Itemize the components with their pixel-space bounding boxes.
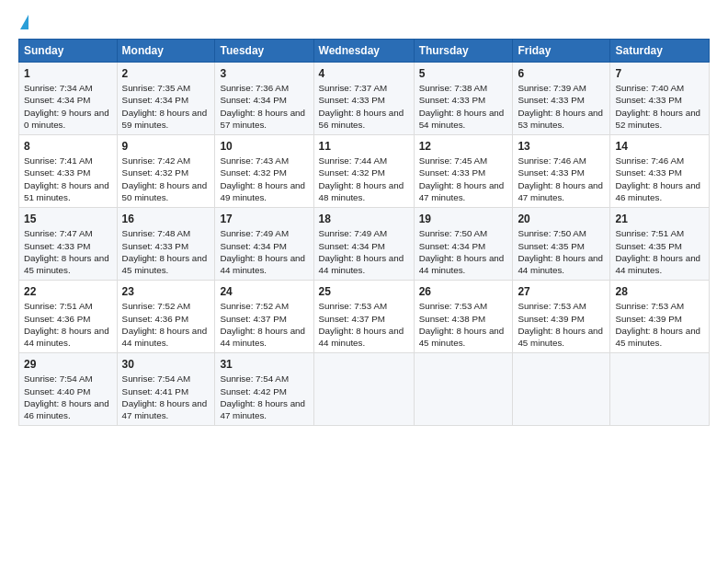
sunrise-info: Sunrise: 7:53 AM xyxy=(419,300,508,312)
daylight-info: Daylight: 8 hours and 47 minutes. xyxy=(220,397,308,421)
sunset-info: Sunset: 4:34 PM xyxy=(24,94,112,106)
sunrise-info: Sunrise: 7:46 AM xyxy=(615,155,704,167)
sunset-info: Sunset: 4:33 PM xyxy=(24,240,112,252)
daylight-info: Daylight: 8 hours and 52 minutes. xyxy=(615,107,704,131)
sunrise-info: Sunrise: 7:41 AM xyxy=(24,155,112,167)
daylight-info: Daylight: 8 hours and 50 minutes. xyxy=(122,179,210,203)
sunset-info: Sunset: 4:33 PM xyxy=(615,167,704,178)
day-number: 22 xyxy=(24,284,112,299)
daylight-info: Daylight: 8 hours and 56 minutes. xyxy=(319,107,409,131)
sunset-info: Sunset: 4:33 PM xyxy=(24,167,112,178)
sunrise-info: Sunrise: 7:38 AM xyxy=(419,82,508,94)
day-cell: 2Sunrise: 7:35 AMSunset: 4:34 PMDaylight… xyxy=(117,63,215,135)
day-number: 20 xyxy=(518,212,605,226)
day-cell: 21Sunrise: 7:51 AMSunset: 4:35 PMDayligh… xyxy=(610,208,710,281)
day-cell: 7Sunrise: 7:40 AMSunset: 4:33 PMDaylight… xyxy=(610,63,710,135)
day-cell: 17Sunrise: 7:49 AMSunset: 4:34 PMDayligh… xyxy=(215,208,313,281)
sunset-info: Sunset: 4:34 PM xyxy=(122,94,210,106)
sunrise-info: Sunrise: 7:54 AM xyxy=(24,373,112,385)
week-row-5: 29Sunrise: 7:54 AMSunset: 4:40 PMDayligh… xyxy=(19,353,710,426)
day-cell: 3Sunrise: 7:36 AMSunset: 4:34 PMDaylight… xyxy=(215,63,313,135)
day-cell: 20Sunrise: 7:50 AMSunset: 4:35 PMDayligh… xyxy=(513,208,610,281)
daylight-info: Daylight: 8 hours and 44 minutes. xyxy=(220,325,308,349)
day-number: 13 xyxy=(518,139,605,154)
sunrise-info: Sunrise: 7:36 AM xyxy=(220,82,308,94)
day-cell: 12Sunrise: 7:45 AMSunset: 4:33 PMDayligh… xyxy=(414,135,513,208)
day-cell: 22Sunrise: 7:51 AMSunset: 4:36 PMDayligh… xyxy=(19,281,118,353)
calendar-header: SundayMondayTuesdayWednesdayThursdayFrid… xyxy=(19,40,710,63)
day-number: 25 xyxy=(319,284,409,299)
day-number: 19 xyxy=(419,212,508,226)
sunset-info: Sunset: 4:39 PM xyxy=(615,313,704,325)
sunset-info: Sunset: 4:37 PM xyxy=(319,313,409,325)
day-cell xyxy=(414,353,513,426)
day-cell: 27Sunrise: 7:53 AMSunset: 4:39 PMDayligh… xyxy=(513,281,610,353)
sunrise-info: Sunrise: 7:46 AM xyxy=(518,155,605,167)
sunset-info: Sunset: 4:37 PM xyxy=(220,313,308,325)
daylight-info: Daylight: 8 hours and 45 minutes. xyxy=(122,252,210,276)
day-cell: 4Sunrise: 7:37 AMSunset: 4:33 PMDaylight… xyxy=(313,63,414,135)
sunrise-info: Sunrise: 7:40 AM xyxy=(615,82,704,94)
daylight-info: Daylight: 8 hours and 47 minutes. xyxy=(122,397,210,421)
daylight-info: Daylight: 8 hours and 44 minutes. xyxy=(419,252,508,276)
sunrise-info: Sunrise: 7:52 AM xyxy=(220,300,308,312)
sunset-info: Sunset: 4:33 PM xyxy=(518,167,605,178)
day-cell: 1Sunrise: 7:34 AMSunset: 4:34 PMDaylight… xyxy=(19,63,118,135)
sunrise-info: Sunrise: 7:49 AM xyxy=(220,227,308,239)
day-number: 1 xyxy=(24,66,112,81)
sunrise-info: Sunrise: 7:47 AM xyxy=(24,227,112,239)
header-cell-wednesday: Wednesday xyxy=(313,40,414,63)
daylight-info: Daylight: 9 hours and 0 minutes. xyxy=(24,107,112,131)
sunrise-info: Sunrise: 7:37 AM xyxy=(319,82,409,94)
sunset-info: Sunset: 4:34 PM xyxy=(419,240,508,252)
logo-triangle-icon xyxy=(20,15,28,29)
sunrise-info: Sunrise: 7:50 AM xyxy=(518,227,605,239)
day-cell: 29Sunrise: 7:54 AMSunset: 4:40 PMDayligh… xyxy=(19,353,118,426)
day-cell: 13Sunrise: 7:46 AMSunset: 4:33 PMDayligh… xyxy=(513,135,610,208)
sunset-info: Sunset: 4:32 PM xyxy=(319,167,409,178)
sunrise-info: Sunrise: 7:53 AM xyxy=(615,300,704,312)
day-number: 10 xyxy=(220,139,308,154)
logo xyxy=(18,17,28,29)
header-cell-sunday: Sunday xyxy=(19,40,118,63)
daylight-info: Daylight: 8 hours and 48 minutes. xyxy=(319,179,409,203)
day-number: 24 xyxy=(220,284,308,299)
day-cell xyxy=(313,353,414,426)
day-number: 7 xyxy=(615,66,704,81)
sunrise-info: Sunrise: 7:49 AM xyxy=(319,227,409,239)
sunrise-info: Sunrise: 7:44 AM xyxy=(319,155,409,167)
day-cell: 18Sunrise: 7:49 AMSunset: 4:34 PMDayligh… xyxy=(313,208,414,281)
sunset-info: Sunset: 4:34 PM xyxy=(220,94,308,106)
sunset-info: Sunset: 4:33 PM xyxy=(518,94,605,106)
sunrise-info: Sunrise: 7:45 AM xyxy=(419,155,508,167)
day-cell: 11Sunrise: 7:44 AMSunset: 4:32 PMDayligh… xyxy=(313,135,414,208)
day-cell: 16Sunrise: 7:48 AMSunset: 4:33 PMDayligh… xyxy=(117,208,215,281)
sunrise-info: Sunrise: 7:54 AM xyxy=(220,373,308,385)
daylight-info: Daylight: 8 hours and 44 minutes. xyxy=(615,252,704,276)
daylight-info: Daylight: 8 hours and 57 minutes. xyxy=(220,107,308,131)
daylight-info: Daylight: 8 hours and 59 minutes. xyxy=(122,107,210,131)
sunset-info: Sunset: 4:33 PM xyxy=(419,94,508,106)
calendar-body: 1Sunrise: 7:34 AMSunset: 4:34 PMDaylight… xyxy=(19,63,710,426)
day-number: 8 xyxy=(24,139,112,154)
day-cell: 30Sunrise: 7:54 AMSunset: 4:41 PMDayligh… xyxy=(117,353,215,426)
day-cell: 25Sunrise: 7:53 AMSunset: 4:37 PMDayligh… xyxy=(313,281,414,353)
day-cell: 14Sunrise: 7:46 AMSunset: 4:33 PMDayligh… xyxy=(610,135,710,208)
daylight-info: Daylight: 8 hours and 44 minutes. xyxy=(319,252,409,276)
daylight-info: Daylight: 8 hours and 44 minutes. xyxy=(24,325,112,349)
sunset-info: Sunset: 4:32 PM xyxy=(122,167,210,178)
day-number: 15 xyxy=(24,212,112,226)
daylight-info: Daylight: 8 hours and 47 minutes. xyxy=(419,179,508,203)
sunrise-info: Sunrise: 7:42 AM xyxy=(122,155,210,167)
sunset-info: Sunset: 4:38 PM xyxy=(419,313,508,325)
sunset-info: Sunset: 4:39 PM xyxy=(518,313,605,325)
daylight-info: Daylight: 8 hours and 45 minutes. xyxy=(419,325,508,349)
day-number: 27 xyxy=(518,284,605,299)
sunset-info: Sunset: 4:34 PM xyxy=(220,240,308,252)
week-row-1: 1Sunrise: 7:34 AMSunset: 4:34 PMDaylight… xyxy=(19,63,710,135)
week-row-2: 8Sunrise: 7:41 AMSunset: 4:33 PMDaylight… xyxy=(19,135,710,208)
day-number: 16 xyxy=(122,212,210,226)
day-number: 31 xyxy=(220,357,308,372)
day-cell: 28Sunrise: 7:53 AMSunset: 4:39 PMDayligh… xyxy=(610,281,710,353)
day-number: 14 xyxy=(615,139,704,154)
